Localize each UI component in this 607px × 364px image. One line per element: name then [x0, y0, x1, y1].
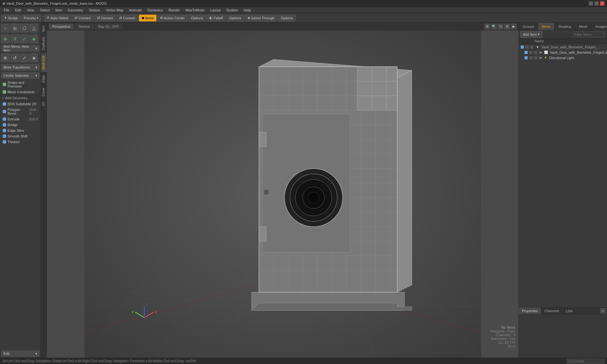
- menu-item-layout[interactable]: Layout: [208, 8, 223, 13]
- menu-item-help[interactable]: Help: [241, 8, 254, 13]
- falloff-button[interactable]: ◐ Falloff: [206, 15, 226, 21]
- select-through-button[interactable]: ◈ Select Through: [245, 15, 277, 21]
- presets-button[interactable]: Presets ▾: [21, 15, 41, 21]
- maximize-button[interactable]: □: [594, 1, 599, 6]
- menu-item-file[interactable]: File: [1, 8, 12, 13]
- sds-icon: [3, 102, 6, 106]
- viewport-ctrl-3[interactable]: ⊙: [498, 24, 503, 29]
- prop-tab-lists[interactable]: Lists: [563, 307, 577, 314]
- item-row-vault-mesh[interactable]: ▶ ⬜ Vault_Door_with_Biometric_FingerLock: [519, 50, 606, 55]
- right-panel-tabs: Groups Items Shading Mesh Images ⇔: [519, 23, 607, 30]
- sidebar-icon-rotate[interactable]: ↺: [10, 34, 19, 43]
- bridge-item[interactable]: Bridge: [0, 122, 41, 128]
- convert-button-1[interactable]: ⇄ Convert: [72, 15, 94, 21]
- viewport-canvas[interactable]: X Y Z No Items Polygons : Face Channels …: [47, 30, 518, 358]
- left-tab-curve[interactable]: Curve: [41, 85, 46, 99]
- item-lock-icon-2[interactable]: [529, 51, 532, 54]
- left-tab-mesh-edit[interactable]: Mesh Edit: [41, 53, 46, 72]
- options-button-3[interactable]: Options: [278, 15, 296, 21]
- item-lock-icon-3[interactable]: [529, 56, 532, 59]
- item-menu-dropdown[interactable]: Item Menu: New Item ▾: [1, 45, 40, 52]
- right-tab-groups[interactable]: Groups: [519, 23, 538, 30]
- prop-tab-channels[interactable]: Channels: [541, 307, 562, 314]
- filter-items-input[interactable]: [573, 32, 604, 37]
- item-visibility-icon-3[interactable]: [524, 56, 528, 59]
- left-tab-edge[interactable]: Edge: [41, 72, 46, 85]
- viewport-tab-perspective[interactable]: Perspective: [49, 24, 74, 29]
- menu-item-render[interactable]: Render: [166, 8, 182, 13]
- sidebar-icon-move[interactable]: ⊕: [1, 34, 10, 43]
- viewport-ctrl-1[interactable]: ⊞: [484, 24, 490, 29]
- command-input[interactable]: [567, 359, 604, 364]
- thicken-item[interactable]: Thicken: [0, 139, 41, 145]
- menu-item-texture[interactable]: Texture: [86, 8, 103, 13]
- prop-tab-properties[interactable]: Properties: [519, 307, 541, 314]
- item-render-icon-2[interactable]: [534, 51, 537, 54]
- svg-rect-51: [259, 132, 266, 147]
- sidebar-icon-select[interactable]: ◈: [29, 34, 38, 43]
- transform-select-icon[interactable]: ◈: [29, 53, 38, 62]
- item-lock-icon-1[interactable]: [525, 46, 529, 49]
- right-tab-images[interactable]: Images: [592, 23, 607, 30]
- viewport-ctrl-2[interactable]: 🔍: [491, 24, 497, 29]
- options-button-1[interactable]: Options: [188, 15, 206, 21]
- viewport-tab-raygl[interactable]: Ray GL: OFF: [95, 24, 122, 29]
- item-visibility-icon-1[interactable]: [521, 46, 524, 49]
- sidebar-icon-tri[interactable]: △: [29, 24, 38, 33]
- item-row-vault-group[interactable]: ▼ Vault_Door_with_Biometric_FingerL...: [519, 45, 606, 50]
- polygon-bevel-item[interactable]: Polygon Bevel Shift-B: [0, 107, 41, 116]
- transform-scale-icon[interactable]: ⤢: [20, 53, 29, 62]
- center-selected-dropdown[interactable]: Center Selected ▾: [1, 72, 40, 79]
- menu-item-edit[interactable]: Edit: [13, 8, 24, 13]
- options-button-2[interactable]: Options: [226, 15, 244, 21]
- mesh-constraints-item[interactable]: Mesh Constraints: [0, 89, 41, 95]
- viewport-ctrl-5[interactable]: ▶: [511, 24, 517, 29]
- more-transforms-dropdown[interactable]: More Transforms ▾: [1, 64, 40, 70]
- left-tab-duplicate[interactable]: Duplicate: [41, 34, 46, 53]
- sidebar-icon-circle[interactable]: ○: [1, 24, 10, 33]
- menu-item-animate[interactable]: Animate: [126, 8, 144, 13]
- item-render-icon-3[interactable]: [534, 56, 537, 59]
- items-button[interactable]: ◆ Items: [139, 15, 156, 21]
- left-tab-item[interactable]: Item: [41, 23, 46, 34]
- item-row-directional-light[interactable]: ▶ ☀ Directional Light: [519, 55, 606, 60]
- auto-select-button[interactable]: ⟳ Auto Select: [44, 15, 71, 21]
- menu-item-dynamics[interactable]: Dynamics: [145, 8, 165, 13]
- items-list: ▼ Vault_Door_with_Biometric_FingerL... ▶…: [519, 44, 607, 307]
- item-visibility-icon-2[interactable]: [524, 51, 528, 54]
- menu-item-view[interactable]: View: [24, 8, 37, 13]
- convert-button-3[interactable]: ⇄ Convert: [116, 15, 138, 21]
- smooth-shift-item[interactable]: Smooth Shift: [0, 133, 41, 139]
- action-center-button[interactable]: ⊕ Action Center: [157, 15, 188, 21]
- item-render-icon-1[interactable]: [530, 46, 533, 49]
- menu-item-maxtomodo[interactable]: MaxToModo: [183, 8, 207, 13]
- sds-subdivide-item[interactable]: SDS Subdivide 2X: [0, 101, 41, 107]
- menu-item-item[interactable]: Item: [53, 8, 64, 13]
- transform-move-icon[interactable]: ⊕: [1, 53, 10, 62]
- viewport-tab-texture[interactable]: Texture: [75, 24, 93, 29]
- properties-expand-btn[interactable]: ⇔: [600, 308, 606, 314]
- sidebar-icon-scale[interactable]: ⤢: [20, 34, 29, 43]
- sculpt-button[interactable]: ✦ Sculpt: [1, 15, 21, 21]
- menu-item-vertex map[interactable]: Vertex Map: [103, 8, 126, 13]
- transform-rotate-icon[interactable]: ↺: [10, 53, 19, 62]
- close-button[interactable]: ✕: [600, 1, 604, 6]
- menu-item-geometry[interactable]: Geometry: [65, 8, 85, 13]
- minimize-button[interactable]: —: [589, 1, 593, 6]
- menu-item-select[interactable]: Select: [37, 8, 52, 13]
- right-tab-shading[interactable]: Shading: [555, 23, 575, 30]
- convert-button-2[interactable]: ⇄ Convert: [94, 15, 116, 21]
- sidebar-icon-target[interactable]: ◎: [10, 24, 19, 33]
- add-item-button[interactable]: Add Item ▾: [520, 31, 543, 38]
- add-geometry-header[interactable]: + Add Geometry: [0, 95, 41, 101]
- right-tab-items[interactable]: Items: [538, 23, 555, 30]
- left-tab-uv[interactable]: UV: [41, 99, 46, 109]
- edge-slice-item[interactable]: Edge Slice: [0, 128, 41, 133]
- extrude-item[interactable]: Extrude Shift-X: [0, 116, 41, 122]
- snaps-precision-item[interactable]: Snaps and Precision: [0, 80, 41, 89]
- sidebar-icon-hex[interactable]: ⬡: [20, 24, 29, 33]
- viewport-ctrl-4[interactable]: ⚙: [504, 24, 510, 29]
- right-tab-mesh[interactable]: Mesh: [575, 23, 592, 30]
- menu-item-system[interactable]: System: [224, 8, 241, 13]
- edit-dropdown[interactable]: Edit ▾: [1, 350, 40, 357]
